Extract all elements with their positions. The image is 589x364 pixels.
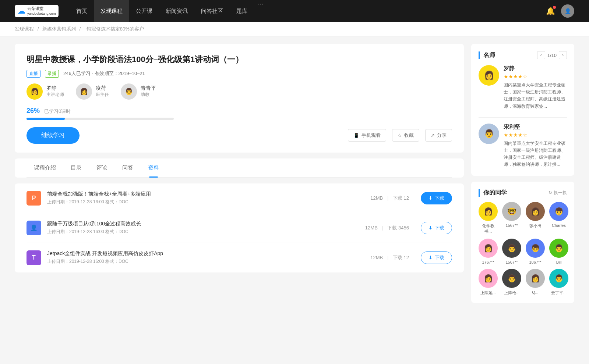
teachers-panel-title: 名师	[479, 51, 495, 59]
students-panel-title: 你的同学	[479, 189, 507, 197]
breadcrumb-link-2[interactable]: 新媒体营销系列	[42, 26, 76, 32]
mobile-icon: 📱	[353, 133, 359, 138]
navbar: ☁ 云朵课堂yundouketang.com 首页 发现课程 公开课 新闻资讯 …	[0, 0, 589, 22]
breadcrumb: 发现课程 / 新媒体营销系列 / 销冠修炼术搞定80%的客户	[0, 22, 589, 36]
resource-size-2: 12MB	[370, 255, 383, 260]
nav-qa[interactable]: 问答社区	[194, 0, 230, 22]
nav-home[interactable]: 首页	[70, 0, 94, 22]
user-avatar-nav[interactable]: 👤	[561, 4, 574, 18]
tab-review[interactable]: 评论	[89, 158, 115, 177]
nav-quiz[interactable]: 题库	[230, 0, 254, 22]
resource-icon-1: 👤	[27, 221, 41, 235]
student-name-7: Bill	[556, 260, 562, 264]
progress-label: 已学习0课时	[44, 108, 71, 114]
teacher-info-2: 青青平 助教	[141, 85, 156, 98]
teachers-section: 👩 罗静 主讲老师 👩 凌荷 班主任 👨 青青平	[27, 83, 452, 100]
student-avatar-8: 👩	[479, 269, 498, 288]
share-icon: ↗	[431, 133, 435, 138]
main-container: 明星中教授课，小学阶段语法100分–强化级第1讲动词（一） 直播 录播 246人…	[0, 36, 589, 316]
student-avatar-0: 👩	[479, 202, 498, 221]
left-panel: 明星中教授课，小学阶段语法100分–强化级第1讲动词（一） 直播 录播 246人…	[15, 44, 464, 309]
tab-intro[interactable]: 课程介绍	[27, 158, 63, 177]
logo-icon: ☁	[18, 7, 25, 15]
resource-item-2: T Jetpack全组件实战 开发短视频应用高仿皮皮虾App 上传日期：2019…	[27, 243, 452, 272]
progress-bar-fill	[27, 118, 65, 120]
teacher-info-0: 罗静 主讲老师	[46, 85, 64, 98]
student-4: 👩 1767**	[479, 239, 498, 264]
resource-stat-2: 12MB | 下载 12	[370, 254, 409, 261]
teachers-panel-header: 名师 ‹ 1/10 ›	[479, 51, 567, 59]
student-avatar-3: 👦	[549, 202, 568, 221]
sep-1: |	[382, 225, 383, 231]
teacher-name-2: 青青平	[141, 85, 156, 92]
tabs: 课程介绍 目录 评论 问答 资料	[27, 158, 452, 178]
refresh-students-btn[interactable]: ↻ 换一换	[549, 190, 567, 196]
download-label-2: 下载	[435, 254, 444, 261]
tag-record: 录播	[45, 70, 59, 78]
student-name-6: 1867**	[529, 260, 541, 264]
collect-button[interactable]: ☆ 收藏	[392, 129, 419, 142]
tab-resource[interactable]: 资料	[141, 158, 166, 177]
resource-icon-2: T	[27, 250, 41, 265]
student-6: 👦 1867**	[526, 239, 545, 264]
teacher-card-1: 👨 宋利坚 ★★★★☆ 国内某重点大学安全工程专业硕士，国家一级注册消防工程师、…	[479, 124, 567, 168]
tab-qa[interactable]: 问答	[115, 158, 141, 177]
student-avatar-9: 👨	[502, 269, 521, 288]
teacher-name-0: 罗静	[46, 85, 64, 92]
student-name-3: Charles	[552, 223, 566, 228]
bell-icon[interactable]: 🔔	[546, 7, 555, 15]
nav-news[interactable]: 新闻资讯	[159, 0, 194, 22]
nav-right: 🔔 👤	[546, 4, 574, 18]
next-teacher-btn[interactable]: ›	[559, 51, 567, 59]
student-avatar-1: 🤓	[502, 202, 521, 221]
student-8: 👩 上陈她...	[479, 269, 498, 296]
breadcrumb-link-1[interactable]: 发现课程	[15, 26, 34, 32]
download-button-1[interactable]: ⬇ 下载	[421, 222, 452, 234]
refresh-icon: ↻	[549, 190, 552, 195]
teacher-info-1: 凌荷 班主任	[96, 85, 109, 98]
breadcrumb-current: 销冠修炼术搞定80%的客户	[87, 26, 144, 32]
download-icon-1: ⬇	[428, 225, 433, 231]
download-button-2[interactable]: ⬇ 下载	[421, 251, 452, 264]
student-avatar-11: 👨	[549, 269, 568, 288]
teacher-role-2: 助教	[141, 92, 156, 98]
students-header: 你的同学 ↻ 换一换	[479, 189, 567, 197]
tc-name-0: 罗静	[504, 65, 567, 72]
download-button-0[interactable]: ⬇ 下载	[421, 192, 452, 204]
student-avatar-2: 👩	[526, 202, 545, 221]
course-enrollment: 246人已学习 · 有效期至：2019–10–21	[63, 70, 145, 77]
mobile-watch-button[interactable]: 📱 手机观看	[348, 129, 386, 142]
nav-more[interactable]: ···	[254, 0, 267, 22]
tc-info-1: 宋利坚 ★★★★☆ 国内某重点大学安全工程专业硕士，国家一级注册消防工程师、注册…	[504, 124, 567, 168]
collect-label: 收藏	[404, 132, 414, 139]
tc-info-0: 罗静 ★★★★☆ 国内某重点大学安全工程专业硕士，国家一级注册消防工程师、注册安…	[504, 65, 567, 110]
teacher-divider	[479, 117, 567, 118]
resource-size-1: 12MB	[365, 225, 378, 231]
teacher-role-1: 班主任	[96, 92, 109, 98]
teachers-pagination: ‹ 1/10 ›	[537, 51, 567, 59]
resource-name-0: 前端全栈加强版！前端全栈+全周期+多端应用	[47, 191, 364, 197]
continue-button[interactable]: 继续学习	[27, 127, 80, 144]
resource-info-0: 前端全栈加强版！前端全栈+全周期+多端应用 上传日期：2019-12-28 16…	[47, 191, 364, 205]
tab-catalog[interactable]: 目录	[63, 158, 89, 177]
resource-item-1: 👤 跟随千万级项目从0到100全过程高效成长 上传日期：2019-12-28 1…	[27, 213, 452, 243]
share-button[interactable]: ↗ 分享	[425, 129, 452, 142]
sep-2: |	[387, 255, 388, 260]
prev-teacher-btn[interactable]: ‹	[537, 51, 545, 59]
download-label-1: 下载	[435, 225, 444, 231]
teacher-0: 👩 罗静 主讲老师	[27, 83, 64, 100]
logo-text: 云朵课堂yundouketang.com	[27, 6, 56, 16]
progress-section: 26% 已学习0课时	[27, 107, 452, 120]
logo-area[interactable]: ☁ 云朵课堂yundouketang.com	[15, 5, 59, 17]
nav-discover[interactable]: 发现课程	[94, 0, 129, 22]
notification-dot	[553, 6, 556, 9]
nav-open-course[interactable]: 公开课	[129, 0, 159, 22]
student-0: 👩 化学教书...	[479, 202, 498, 234]
teacher-avatar-0: 👩	[27, 83, 43, 100]
right-panel: 名师 ‹ 1/10 › 👩 罗静 ★★★★☆ 国内某重点大学安全工程专业硕士，国…	[471, 44, 574, 309]
tc-stars-1: ★★★★☆	[504, 132, 567, 138]
resource-downloads-2: 下载 12	[393, 255, 409, 260]
tabs-card: 课程介绍 目录 评论 问答 资料	[15, 158, 464, 178]
share-label: 分享	[437, 132, 447, 139]
student-name-10: Q...	[532, 290, 539, 295]
